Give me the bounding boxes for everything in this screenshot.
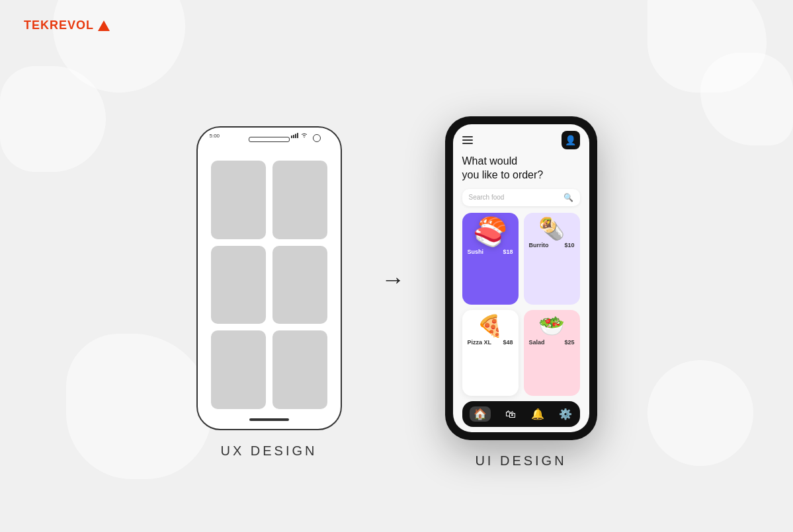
svg-rect-2 xyxy=(295,134,296,139)
arrow-container: → xyxy=(382,266,405,293)
wireframe-phone: 5:00 xyxy=(196,126,342,430)
pizza-name: Pizza XL xyxy=(468,339,492,346)
bag-nav-icon[interactable]: 🛍 xyxy=(505,408,516,420)
transition-arrow: → xyxy=(382,266,405,293)
pizza-price: $48 xyxy=(503,339,513,346)
svg-rect-3 xyxy=(297,133,298,138)
bell-nav-icon[interactable]: 🔔 xyxy=(531,408,544,420)
ui-top-bar: 👤 xyxy=(453,124,589,152)
logo-text-part2: REVOL xyxy=(50,19,94,32)
hamburger-line xyxy=(462,143,473,144)
settings-nav-icon[interactable]: ⚙️ xyxy=(559,408,572,420)
wireframe-card xyxy=(272,246,327,324)
ux-design-label: UX DESIGN xyxy=(220,443,317,459)
food-card-pizza[interactable]: 🍕 Pizza XL $48 xyxy=(462,310,519,396)
svg-rect-0 xyxy=(291,135,292,138)
search-bar[interactable]: Search food 🔍 xyxy=(462,189,580,206)
phone-bottom-bar xyxy=(249,418,289,421)
hamburger-icon[interactable] xyxy=(462,136,473,144)
salad-emoji: 🥗 xyxy=(529,315,575,336)
wireframe-grid xyxy=(211,161,327,409)
pizza-emoji: 🍕 xyxy=(468,315,513,336)
ui-design-label: UI DESIGN xyxy=(475,453,566,469)
hamburger-line xyxy=(462,139,473,141)
sushi-emoji: 🍣 xyxy=(468,218,513,246)
food-grid: 🍣 Sushi $18 🌯 Burrito $10 xyxy=(453,213,589,396)
pizza-info: Pizza XL $48 xyxy=(468,339,513,346)
ux-column: 5:00 xyxy=(196,126,342,459)
sushi-name: Sushi xyxy=(468,248,484,255)
food-card-salad[interactable]: 🥗 Salad $25 xyxy=(524,310,580,396)
bottom-navigation: 🏠 🛍 🔔 ⚙️ xyxy=(462,401,580,427)
status-icons xyxy=(291,133,308,138)
ui-title: What would you like to order? xyxy=(462,155,580,182)
hamburger-line xyxy=(462,136,473,137)
main-content: 5:00 xyxy=(0,53,793,532)
burrito-info: Burrito $10 xyxy=(529,242,575,248)
logo-text-part1: TEK xyxy=(24,19,50,32)
search-icon[interactable]: 🔍 xyxy=(563,193,573,202)
title-line2: you like to order? xyxy=(462,169,544,180)
logo: TEKREVOL xyxy=(24,19,110,32)
user-avatar-button[interactable]: 👤 xyxy=(562,131,580,149)
sushi-info: Sushi $18 xyxy=(468,248,513,255)
phone-status-bar: 5:00 xyxy=(210,133,220,139)
ui-phone: 👤 What would you like to order? Search f… xyxy=(445,116,597,440)
wireframe-card xyxy=(211,161,266,239)
ui-header: What would you like to order? xyxy=(453,152,589,189)
burrito-name: Burrito xyxy=(529,242,549,248)
signal-icon xyxy=(291,133,299,138)
salad-price: $25 xyxy=(564,339,574,346)
wifi-icon xyxy=(301,133,308,138)
salad-name: Salad xyxy=(529,339,545,346)
food-card-burrito[interactable]: 🌯 Burrito $10 xyxy=(524,213,580,305)
wireframe-card xyxy=(211,330,266,409)
wireframe-card xyxy=(211,246,266,324)
user-icon: 👤 xyxy=(565,135,576,145)
status-time: 5:00 xyxy=(210,133,220,139)
svg-rect-1 xyxy=(293,135,294,138)
home-nav-icon[interactable]: 🏠 xyxy=(470,406,491,422)
ui-column: 👤 What would you like to order? Search f… xyxy=(445,116,597,469)
title-line1: What would xyxy=(462,155,518,167)
logo-triangle-icon xyxy=(98,20,110,31)
sushi-price: $18 xyxy=(503,248,513,255)
search-placeholder: Search food xyxy=(469,194,505,201)
wireframe-card xyxy=(272,330,327,409)
burrito-emoji: 🌯 xyxy=(529,218,575,239)
logo-text: TEKREVOL xyxy=(24,19,94,32)
ui-phone-inner: 👤 What would you like to order? Search f… xyxy=(453,124,589,432)
food-card-sushi[interactable]: 🍣 Sushi $18 xyxy=(462,213,519,305)
salad-info: Salad $25 xyxy=(529,339,575,346)
wireframe-card xyxy=(272,161,327,239)
burrito-price: $10 xyxy=(564,242,574,248)
